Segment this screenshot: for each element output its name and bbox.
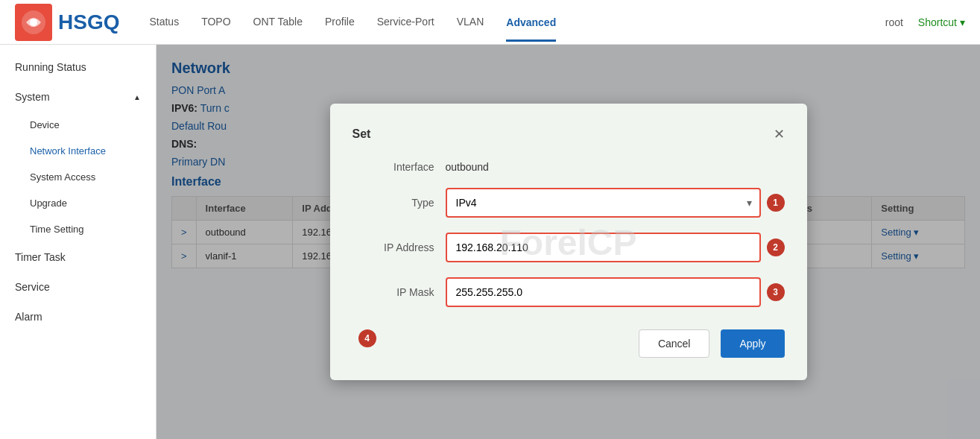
ip-mask-field: IP Mask 3 [353,277,785,307]
sidebar-item-system-access[interactable]: System Access [15,164,156,190]
set-modal: ForelCP Set ✕ Interface outbound Type [330,104,807,380]
nav-links: Status TOPO ONT Table Profile Service-Po… [149,16,885,29]
sidebar: Running Status System ▲ Device Network I… [0,45,157,439]
logo-icon [15,4,52,41]
interface-value: outbound [446,161,489,173]
modal-footer: 4 Cancel Apply [353,329,785,358]
sidebar-item-service[interactable]: Service [0,272,156,302]
sidebar-item-upgrade[interactable]: Upgrade [15,190,156,216]
nav-status[interactable]: Status [149,16,179,29]
nav-profile[interactable]: Profile [325,16,355,29]
sidebar-sub-system: Device Network Interface System Access U… [0,112,156,242]
nav-service-port[interactable]: Service-Port [377,16,434,29]
content-area: Network PON Port A IPV6: Turn c Default … [157,45,980,439]
step-3-badge: 3 [767,283,785,301]
logo-area: HSGQ [15,4,119,41]
nav-topo[interactable]: TOPO [201,16,230,29]
main-layout: Running Status System ▲ Device Network I… [0,45,980,439]
ip-address-label: IP Address [353,241,434,253]
top-nav: HSGQ Status TOPO ONT Table Profile Servi… [0,0,980,45]
sidebar-item-timer-task[interactable]: Timer Task [0,242,156,272]
nav-right: root Shortcut ▾ [885,16,965,28]
modal-header: Set ✕ [353,126,785,142]
type-label: Type [353,197,434,209]
sidebar-item-time-setting[interactable]: Time Setting [15,216,156,242]
apply-button[interactable]: Apply [721,329,784,358]
nav-vlan[interactable]: VLAN [457,16,484,29]
step-1-badge: 1 [767,194,785,212]
cancel-button[interactable]: Cancel [639,329,710,358]
ip-address-input[interactable] [446,233,761,262]
interface-field: Interface outbound [353,161,785,173]
nav-user: root [885,16,903,28]
chevron-up-icon: ▲ [133,93,141,101]
sidebar-item-alarm[interactable]: Alarm [0,302,156,332]
sidebar-item-device[interactable]: Device [15,112,156,138]
type-field: Type IPv4 IPv6 ▾ 1 [353,188,785,218]
nav-advanced[interactable]: Advanced [506,16,556,42]
nav-shortcut[interactable]: Shortcut ▾ [918,16,965,28]
type-select-wrap: IPv4 IPv6 ▾ [446,188,761,218]
interface-label: Interface [353,161,434,173]
type-select[interactable]: IPv4 IPv6 [446,188,761,218]
step-4-badge: 4 [358,329,376,347]
svg-point-1 [30,19,37,26]
sidebar-item-network-interface[interactable]: Network Interface [15,138,156,164]
sidebar-group-system[interactable]: System ▲ [0,82,156,112]
chevron-down-icon: ▾ [960,16,965,28]
step-2-badge: 2 [767,239,785,256]
ip-mask-input[interactable] [446,277,761,307]
sidebar-item-running-status[interactable]: Running Status [0,52,156,82]
modal-overlay: ForelCP Set ✕ Interface outbound Type [157,45,980,439]
nav-ont-table[interactable]: ONT Table [253,16,303,29]
ip-mask-label: IP Mask [353,286,434,298]
modal-title: Set [353,127,371,141]
ip-address-field: IP Address 2 [353,233,785,262]
brand-name: HSGQ [58,10,119,34]
modal-close-button[interactable]: ✕ [774,126,785,142]
